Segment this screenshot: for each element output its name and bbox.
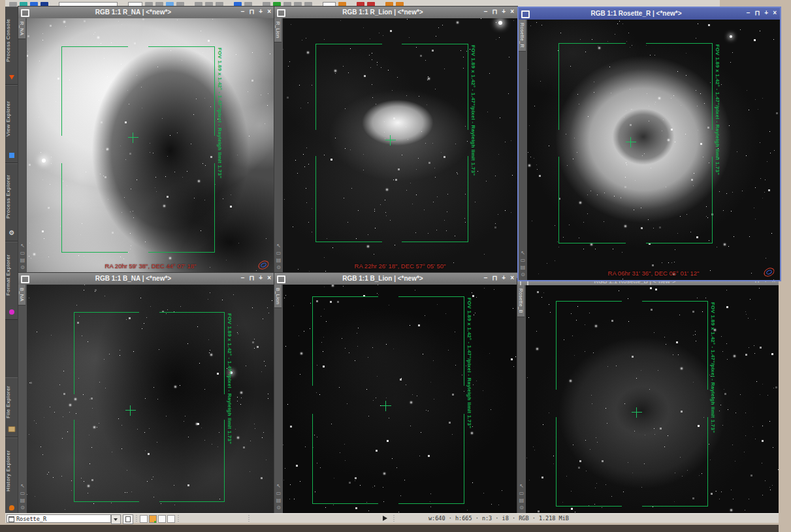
image-view[interactable]: FOV 1.89 x 1.42° - 1.47"/pixel - Rayleig… [27,285,274,513]
minimize-icon[interactable]: − [241,8,245,15]
image-window-Rosette_R[interactable]: RGB 1:1 Rosette_R | <*new*> − ⊓ + × Rose… [517,7,781,281]
close-icon[interactable]: × [510,274,514,281]
image-view[interactable]: FOV 1.89 x 1.42° - 1.47"/pixel - Rayleig… [27,18,274,273]
workspace-button-3[interactable] [158,515,166,523]
sidebar-item-process-console[interactable]: Process Console [5,7,18,85]
toolbar-button[interactable] [128,2,142,7]
stf-icon[interactable]: ⊙ [18,504,27,511]
view-tab-strip[interactable]: R_NA ↖ ▭ ▤ ⊙ [18,18,27,273]
maximize-icon[interactable]: + [259,274,263,281]
views-icon[interactable]: ▤ [274,497,283,504]
zoom-box-icon[interactable]: ▭ [18,249,27,257]
zoom-box-icon[interactable]: ▭ [274,490,283,497]
window-titlebar[interactable]: RGB 1:1 R_NA | <*new*> − ⊓ + × [18,7,274,18]
views-icon[interactable]: ▤ [18,497,27,504]
minimize-icon[interactable]: − [484,274,488,281]
views-icon[interactable]: ▤ [517,497,526,504]
image-window-B_Lion[interactable]: RGB 1:1 B_Lion | <*new*> − ⊓ + × B_Lion … [274,273,517,513]
window-titlebar[interactable]: RGB 1:1 Rosette_R | <*new*> − ⊓ + × [519,8,780,20]
sidebar-item-format-explorer[interactable]: Format Explorer [5,242,18,320]
view-tab-strip[interactable]: Rosette_R ↖ ▭ ▤ ⊙ [519,20,527,280]
workspace-button-4[interactable] [167,515,175,523]
close-icon[interactable]: × [510,8,514,15]
image-view[interactable]: FOV 1.89 x 1.42° - 1.47"/pixel - Rayleig… [527,20,780,280]
strip-icons[interactable]: ↖ ▭ ▤ ⊙ [517,482,526,511]
view-tab[interactable]: R_Lion [274,18,282,42]
window-menu-icon[interactable] [277,275,285,283]
window-menu-icon[interactable] [521,10,530,18]
workspace-button-2[interactable] [149,515,157,523]
image-view[interactable]: FOV 1.89 x 1.42° - 1.47"/pixel - Rayleig… [283,18,517,273]
minimize-icon[interactable]: − [747,9,751,16]
view-tab[interactable]: Rosette_R [519,20,526,52]
select-mode-icon[interactable]: ↖ [519,249,527,257]
image-window-Rosette_B[interactable]: RGB 1:1 Rosette_B | <*new*> − ⊓ + × Rose… [517,279,779,513]
stf-icon[interactable]: ⊙ [274,264,283,271]
zoom-box-icon[interactable]: ▭ [517,490,526,497]
window-titlebar[interactable]: RGB 1:1 B_NA | <*new*> − ⊓ + × [18,273,274,285]
toolbar-button[interactable] [323,2,336,7]
strip-icons[interactable]: ↖ ▭ ▤ ⊙ [274,482,283,511]
stf-icon[interactable]: ⊙ [519,271,527,278]
sidebar-item-view-explorer[interactable]: View Explorer [5,85,18,163]
image-view[interactable]: FOV 1.89 x 1.42° - 1.47"/pixel - Rayleig… [283,285,517,513]
view-tab[interactable]: Rosette_B [517,285,525,317]
zoom-box-icon[interactable]: ▭ [18,490,27,497]
views-icon[interactable]: ▤ [18,257,27,264]
views-icon[interactable]: ▤ [519,264,527,271]
view-selector[interactable]: Rosette_R [7,514,111,523]
window-titlebar[interactable]: RGB 1:1 R_Lion | <*new*> − ⊓ + × [274,7,517,18]
strip-icons[interactable]: ↖ ▭ ▤ ⊙ [519,249,527,278]
toolbar-combo-box[interactable] [59,2,118,7]
window-controls[interactable]: − ⊓ + × [484,274,514,281]
shade-icon[interactable]: ⊓ [492,274,498,281]
select-mode-icon[interactable]: ↖ [274,242,283,249]
window-controls[interactable]: − ⊓ + × [747,9,777,16]
view-tab-strip[interactable]: Rosette_B ↖ ▭ ▤ ⊙ [517,285,526,513]
workspace-button-1[interactable] [140,515,148,523]
view-selector-dropdown-arrow-icon[interactable] [111,514,121,524]
image-window-B_NA[interactable]: RGB 1:1 B_NA | <*new*> − ⊓ + × B_NA ↖ ▭ … [18,273,274,513]
strip-icons[interactable]: ↖ ▭ ▤ ⊙ [274,242,283,271]
close-icon[interactable]: × [773,9,777,16]
view-tab[interactable]: R_NA [18,18,25,39]
new-view-button[interactable] [123,514,133,524]
process-play-icon[interactable] [383,516,387,521]
image-view[interactable]: FOV 1.89 x 1.42° - 1.47"/pixel - Rayleig… [526,285,779,513]
stf-icon[interactable]: ⊙ [18,264,27,271]
window-menu-icon[interactable] [21,275,29,283]
minimize-icon[interactable]: − [241,274,245,281]
maximize-icon[interactable]: + [502,8,506,15]
window-menu-icon[interactable] [21,9,29,17]
sidebar-item-process-explorer[interactable]: Process Explorer [5,163,18,242]
strip-icons[interactable]: ↖ ▭ ▤ ⊙ [18,242,27,271]
stf-icon[interactable]: ⊙ [517,504,526,511]
zoom-box-icon[interactable]: ▭ [274,249,283,257]
select-mode-icon[interactable]: ↖ [517,482,526,490]
shade-icon[interactable]: ⊓ [492,8,498,15]
image-window-R_NA[interactable]: RGB 1:1 R_NA | <*new*> − ⊓ + × R_NA ↖ ▭ … [18,7,274,273]
window-controls[interactable]: − ⊓ + × [241,8,271,15]
top-toolbar[interactable] [5,0,720,7]
sidebar-item-history-explorer[interactable]: History Explorer [5,437,18,516]
zoom-box-icon[interactable]: ▭ [519,257,527,264]
views-icon[interactable]: ▤ [274,257,283,264]
window-menu-icon[interactable] [277,9,285,17]
maximize-icon[interactable]: + [259,8,263,15]
shade-icon[interactable]: ⊓ [250,274,255,281]
window-controls[interactable]: − ⊓ + × [241,274,271,281]
window-controls[interactable]: − ⊓ + × [484,8,514,15]
close-icon[interactable]: × [267,8,271,15]
select-mode-icon[interactable]: ↖ [18,242,27,249]
minimize-icon[interactable]: − [484,8,488,15]
close-icon[interactable]: × [267,274,271,281]
maximize-icon[interactable]: + [502,274,506,281]
maximize-icon[interactable]: + [764,9,768,16]
view-tab-strip[interactable]: B_NA ↖ ▭ ▤ ⊙ [18,285,27,513]
view-tab-strip[interactable]: B_Lion ↖ ▭ ▤ ⊙ [274,285,283,513]
image-window-R_Lion[interactable]: RGB 1:1 R_Lion | <*new*> − ⊓ + × R_Lion … [274,7,517,273]
view-tab-strip[interactable]: R_Lion ↖ ▭ ▤ ⊙ [274,18,283,273]
shade-icon[interactable]: ⊓ [250,8,255,15]
stf-icon[interactable]: ⊙ [274,504,283,511]
select-mode-icon[interactable]: ↖ [274,482,283,490]
